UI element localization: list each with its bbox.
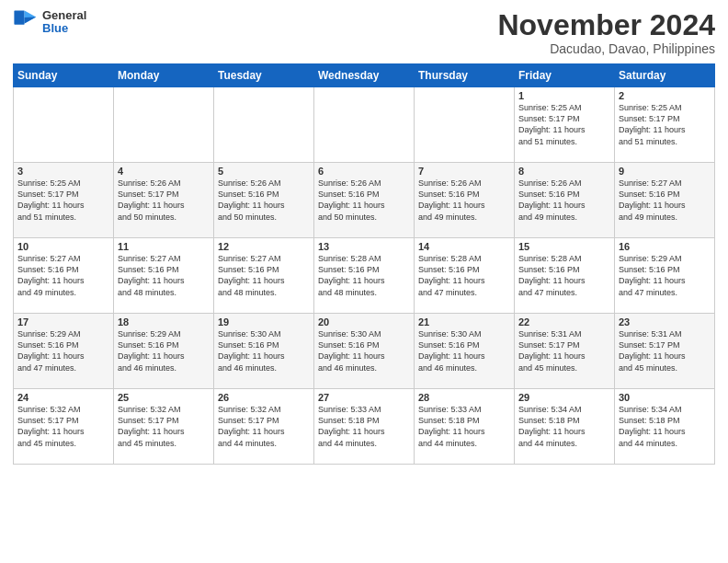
day-number: 6: [318, 166, 410, 177]
calendar-cell-w4-d3: 19Sunrise: 5:30 AMSunset: 5:16 PMDayligh…: [214, 314, 314, 389]
header-thursday: Thursday: [415, 64, 515, 87]
day-number: 30: [619, 392, 711, 403]
day-info: Sunrise: 5:33 AMSunset: 5:18 PMDaylight:…: [318, 404, 410, 449]
day-number: 11: [118, 241, 210, 252]
day-info: Sunrise: 5:34 AMSunset: 5:18 PMDaylight:…: [518, 404, 610, 449]
day-number: 28: [418, 392, 510, 403]
calendar-header: Sunday Monday Tuesday Wednesday Thursday…: [14, 64, 715, 87]
location: Dacudao, Davao, Philippines: [497, 41, 715, 56]
calendar-cell-w2-d2: 4Sunrise: 5:26 AMSunset: 5:17 PMDaylight…: [114, 163, 214, 238]
calendar-cell-w3-d4: 13Sunrise: 5:28 AMSunset: 5:16 PMDayligh…: [314, 238, 415, 314]
day-info: Sunrise: 5:30 AMSunset: 5:16 PMDaylight:…: [418, 328, 510, 373]
day-info: Sunrise: 5:32 AMSunset: 5:17 PMDaylight:…: [17, 404, 109, 449]
day-info: Sunrise: 5:28 AMSunset: 5:16 PMDaylight:…: [318, 253, 410, 298]
day-number: 8: [518, 166, 610, 177]
day-info: Sunrise: 5:26 AMSunset: 5:16 PMDaylight:…: [218, 178, 310, 223]
calendar-week-3: 10Sunrise: 5:27 AMSunset: 5:16 PMDayligh…: [14, 238, 715, 314]
day-number: 27: [318, 392, 410, 403]
day-info: Sunrise: 5:26 AMSunset: 5:16 PMDaylight:…: [518, 178, 610, 223]
day-info: Sunrise: 5:27 AMSunset: 5:16 PMDaylight:…: [619, 178, 711, 223]
calendar-cell-w1-d5: [415, 87, 515, 163]
calendar-cell-w4-d1: 17Sunrise: 5:29 AMSunset: 5:16 PMDayligh…: [14, 314, 114, 389]
calendar-cell-w3-d7: 16Sunrise: 5:29 AMSunset: 5:16 PMDayligh…: [615, 238, 715, 314]
logo-line2: Blue: [42, 22, 86, 35]
day-info: Sunrise: 5:31 AMSunset: 5:17 PMDaylight:…: [619, 328, 711, 373]
calendar-body: 1Sunrise: 5:25 AMSunset: 5:17 PMDaylight…: [14, 87, 715, 465]
calendar-cell-w2-d4: 6Sunrise: 5:26 AMSunset: 5:16 PMDaylight…: [314, 163, 415, 238]
header: General Blue November 2024 Dacudao, Dava…: [13, 9, 715, 56]
day-number: 13: [318, 241, 410, 252]
calendar-cell-w2-d5: 7Sunrise: 5:26 AMSunset: 5:16 PMDaylight…: [415, 163, 515, 238]
day-number: 23: [619, 316, 711, 327]
page: General Blue November 2024 Dacudao, Dava…: [0, 0, 728, 563]
header-friday: Friday: [515, 64, 615, 87]
day-number: 4: [118, 166, 210, 177]
day-number: 12: [218, 241, 310, 252]
calendar: Sunday Monday Tuesday Wednesday Thursday…: [13, 63, 715, 465]
logo: General Blue: [13, 9, 86, 36]
header-tuesday: Tuesday: [214, 64, 314, 87]
header-wednesday: Wednesday: [314, 64, 415, 87]
day-info: Sunrise: 5:26 AMSunset: 5:17 PMDaylight:…: [118, 178, 210, 223]
header-sunday: Sunday: [14, 64, 114, 87]
day-number: 2: [619, 90, 711, 101]
day-info: Sunrise: 5:29 AMSunset: 5:16 PMDaylight:…: [118, 328, 210, 373]
day-info: Sunrise: 5:32 AMSunset: 5:17 PMDaylight:…: [218, 404, 310, 449]
calendar-week-1: 1Sunrise: 5:25 AMSunset: 5:17 PMDaylight…: [14, 87, 715, 163]
calendar-cell-w1-d6: 1Sunrise: 5:25 AMSunset: 5:17 PMDaylight…: [515, 87, 615, 163]
calendar-week-5: 24Sunrise: 5:32 AMSunset: 5:17 PMDayligh…: [14, 389, 715, 465]
logo-icon: [13, 9, 39, 35]
logo-line1: General: [42, 9, 86, 22]
day-number: 26: [218, 392, 310, 403]
weekday-header-row: Sunday Monday Tuesday Wednesday Thursday…: [14, 64, 715, 87]
day-number: 10: [17, 241, 109, 252]
calendar-cell-w5-d3: 26Sunrise: 5:32 AMSunset: 5:17 PMDayligh…: [214, 389, 314, 465]
calendar-cell-w5-d6: 29Sunrise: 5:34 AMSunset: 5:18 PMDayligh…: [515, 389, 615, 465]
month-title: November 2024: [497, 9, 715, 41]
calendar-cell-w3-d6: 15Sunrise: 5:28 AMSunset: 5:16 PMDayligh…: [515, 238, 615, 314]
day-number: 7: [418, 166, 510, 177]
calendar-cell-w4-d2: 18Sunrise: 5:29 AMSunset: 5:16 PMDayligh…: [114, 314, 214, 389]
day-info: Sunrise: 5:25 AMSunset: 5:17 PMDaylight:…: [619, 102, 711, 147]
calendar-cell-w5-d5: 28Sunrise: 5:33 AMSunset: 5:18 PMDayligh…: [415, 389, 515, 465]
calendar-week-2: 3Sunrise: 5:25 AMSunset: 5:17 PMDaylight…: [14, 163, 715, 238]
logo-text: General Blue: [42, 9, 86, 36]
calendar-cell-w1-d4: [314, 87, 415, 163]
day-info: Sunrise: 5:33 AMSunset: 5:18 PMDaylight:…: [418, 404, 510, 449]
calendar-cell-w2-d3: 5Sunrise: 5:26 AMSunset: 5:16 PMDaylight…: [214, 163, 314, 238]
day-number: 20: [318, 316, 410, 327]
day-number: 21: [418, 316, 510, 327]
day-number: 24: [17, 392, 109, 403]
calendar-cell-w4-d4: 20Sunrise: 5:30 AMSunset: 5:16 PMDayligh…: [314, 314, 415, 389]
calendar-cell-w2-d1: 3Sunrise: 5:25 AMSunset: 5:17 PMDaylight…: [14, 163, 114, 238]
calendar-cell-w1-d1: [14, 87, 114, 163]
day-number: 22: [518, 316, 610, 327]
day-number: 9: [619, 166, 711, 177]
day-number: 1: [518, 90, 610, 101]
day-info: Sunrise: 5:26 AMSunset: 5:16 PMDaylight:…: [418, 178, 510, 223]
day-info: Sunrise: 5:26 AMSunset: 5:16 PMDaylight:…: [318, 178, 410, 223]
calendar-cell-w1-d3: [214, 87, 314, 163]
day-info: Sunrise: 5:32 AMSunset: 5:17 PMDaylight:…: [118, 404, 210, 449]
header-saturday: Saturday: [615, 64, 715, 87]
header-monday: Monday: [114, 64, 214, 87]
day-info: Sunrise: 5:25 AMSunset: 5:17 PMDaylight:…: [17, 178, 109, 223]
day-number: 15: [518, 241, 610, 252]
title-block: November 2024 Dacudao, Davao, Philippine…: [497, 9, 715, 56]
day-info: Sunrise: 5:34 AMSunset: 5:18 PMDaylight:…: [619, 404, 711, 449]
day-info: Sunrise: 5:30 AMSunset: 5:16 PMDaylight:…: [218, 328, 310, 373]
svg-marker-2: [25, 17, 37, 24]
day-info: Sunrise: 5:25 AMSunset: 5:17 PMDaylight:…: [518, 102, 610, 147]
day-number: 14: [418, 241, 510, 252]
day-number: 19: [218, 316, 310, 327]
day-info: Sunrise: 5:27 AMSunset: 5:16 PMDaylight:…: [118, 253, 210, 298]
calendar-cell-w1-d7: 2Sunrise: 5:25 AMSunset: 5:17 PMDaylight…: [615, 87, 715, 163]
day-number: 18: [118, 316, 210, 327]
calendar-cell-w5-d7: 30Sunrise: 5:34 AMSunset: 5:18 PMDayligh…: [615, 389, 715, 465]
calendar-cell-w4-d6: 22Sunrise: 5:31 AMSunset: 5:17 PMDayligh…: [515, 314, 615, 389]
svg-rect-0: [14, 11, 24, 25]
calendar-cell-w5-d4: 27Sunrise: 5:33 AMSunset: 5:18 PMDayligh…: [314, 389, 415, 465]
day-number: 16: [619, 241, 711, 252]
day-number: 5: [218, 166, 310, 177]
day-info: Sunrise: 5:28 AMSunset: 5:16 PMDaylight:…: [518, 253, 610, 298]
